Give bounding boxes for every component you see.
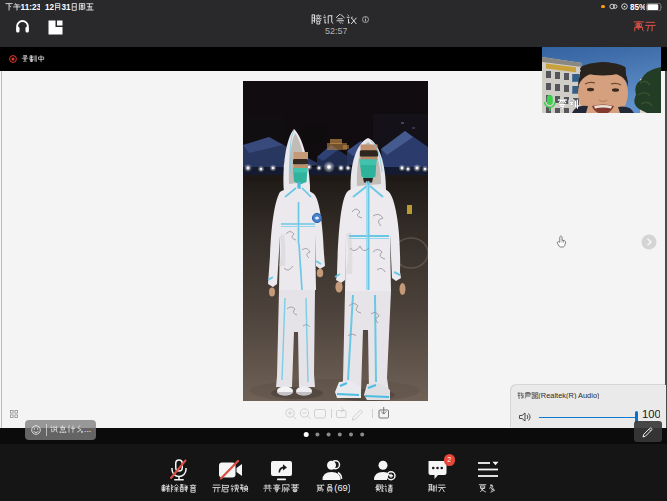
svg-text:11:23: 11:23 [21,3,40,11]
svg-text:12: 12 [45,3,55,11]
svg-text:31: 31 [62,3,72,11]
svg-text:(Realtek(R) Audio): (Realtek(R) Audio) [538,392,598,399]
svg-text:85%: 85% [630,3,646,11]
svg-text:(69): (69) [334,484,350,493]
svg-text:100: 100 [642,409,660,420]
svg-text:52:57: 52:57 [325,27,346,36]
svg-text:...: ... [84,425,91,433]
